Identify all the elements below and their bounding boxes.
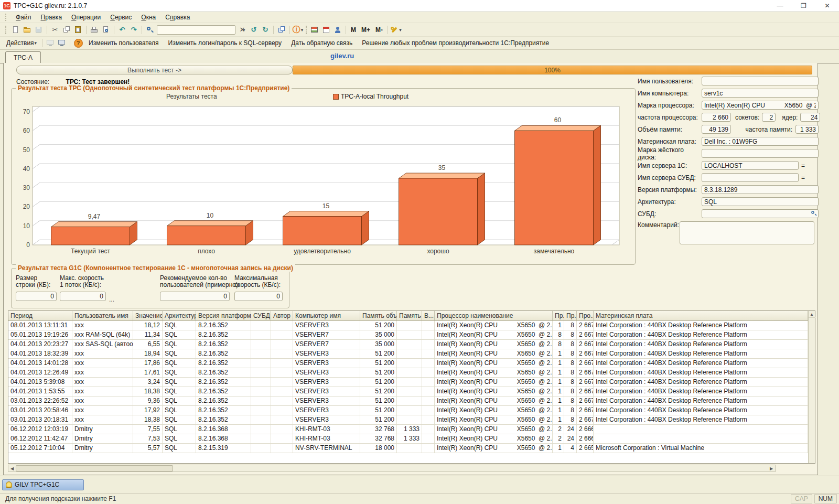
- open-button[interactable]: [21, 25, 33, 35]
- server-dbms-input[interactable]: [702, 173, 799, 182]
- toolbar-grip[interactable]: [5, 14, 7, 21]
- column-header[interactable]: Пр...: [553, 311, 564, 320]
- column-header[interactable]: Про...: [577, 311, 594, 320]
- table-row[interactable]: 08.01.2013 13:11:31xxx18,12SQL8.2.16.352…: [8, 321, 808, 330]
- info-button[interactable]: ⓘ▾: [292, 25, 304, 35]
- column-header[interactable]: В...: [422, 311, 435, 320]
- hdd-brand-input[interactable]: [702, 149, 819, 158]
- menu-6[interactable]: Справка: [160, 13, 195, 22]
- scroll-left-icon[interactable]: ◀: [8, 465, 16, 471]
- column-header[interactable]: Материнская плата: [594, 311, 808, 320]
- menu-3[interactable]: Операции: [67, 13, 105, 22]
- cpu-freq-input[interactable]: [702, 113, 731, 122]
- column-header[interactable]: Пользователь имя: [72, 311, 133, 320]
- table-row[interactable]: 03.01.2013 20:18:31xxx18,38SQL8.2.16.352…: [8, 415, 808, 425]
- column-header[interactable]: Память объём: [360, 311, 397, 320]
- table-row[interactable]: 04.01.2013 18:32:39xxx18,94SQL8.2.16.352…: [8, 349, 808, 359]
- action-link-1[interactable]: Изменить пользователя: [84, 38, 163, 48]
- column-header[interactable]: Версия платформы: [196, 311, 251, 320]
- clear-search-button[interactable]: ✕: [236, 25, 248, 35]
- memory-m-button[interactable]: M: [348, 25, 359, 35]
- run-test-button[interactable]: Выполнить тест ->: [16, 66, 293, 74]
- platform-version-input[interactable]: [702, 185, 819, 194]
- calendar-button[interactable]: [320, 25, 332, 35]
- scrollbar-thumb[interactable]: [16, 465, 173, 471]
- motherboard-input[interactable]: [702, 137, 819, 146]
- table-row[interactable]: 04.01.2013 20:23:27xxx SAS-SQL (автооб..…: [8, 340, 808, 349]
- table-row[interactable]: 04.01.2013 12:26:49xxx17,61SQL8.2.16.352…: [8, 368, 808, 378]
- minimize-button[interactable]: —: [768, 0, 792, 11]
- toolbar-grip[interactable]: [5, 26, 7, 34]
- table-row[interactable]: 03.01.2013 20:58:46xxx17,92SQL8.2.16.352…: [8, 406, 808, 415]
- memory-m-plus-button[interactable]: M+: [359, 25, 373, 35]
- tab-tpc-a[interactable]: TPC-A: [5, 51, 41, 63]
- column-header[interactable]: Пр...: [564, 311, 577, 320]
- architecture-input[interactable]: [702, 197, 819, 206]
- action-link-2[interactable]: Изменить логин/пароль к SQL-серверу: [164, 38, 287, 48]
- table-row[interactable]: 05.12.2012 7:10:04Dmitry5,57SQL8.2.15.31…: [8, 444, 808, 453]
- table-row[interactable]: 05.01.2013 19:19:26xxx RAM-SQL (64k)11,3…: [8, 330, 808, 340]
- server-1c-input[interactable]: [702, 161, 799, 170]
- save-button[interactable]: [33, 25, 45, 35]
- find-next-button[interactable]: ↻: [260, 25, 271, 35]
- column-header[interactable]: Память ...: [397, 311, 422, 320]
- find-previous-button[interactable]: ↺: [248, 25, 260, 35]
- taskbar-item-gilv[interactable]: GILV TPC+G1C: [2, 479, 84, 490]
- copy-button[interactable]: [61, 25, 72, 35]
- new-document-button[interactable]: [10, 25, 21, 35]
- copy-pages-button[interactable]: [276, 25, 287, 35]
- table-row[interactable]: 06.12.2012 12:03:19Dmitry7,55SQL8.2.16.3…: [8, 425, 808, 434]
- redo-button[interactable]: ↷: [128, 25, 139, 35]
- ram-size-input[interactable]: [702, 125, 731, 134]
- g1c-maxspeed-input[interactable]: [234, 292, 283, 301]
- actions-menu-button[interactable]: Действия▾: [3, 38, 40, 48]
- action-link-3[interactable]: Дать обратную связь: [286, 38, 357, 48]
- scroll-right-icon[interactable]: ▶: [768, 465, 775, 471]
- search-combobox[interactable]: ▾: [157, 25, 235, 35]
- settings-wrench-button[interactable]: ▾: [390, 25, 402, 35]
- scroll-up-icon[interactable]: ▲: [809, 311, 815, 318]
- print-button[interactable]: [89, 25, 100, 35]
- sockets-input[interactable]: [762, 113, 776, 122]
- menu-1[interactable]: Файл: [11, 13, 36, 22]
- cores-input[interactable]: [800, 113, 820, 122]
- paste-button[interactable]: [72, 25, 84, 35]
- user-name-input[interactable]: [702, 77, 819, 85]
- table-row[interactable]: 04.01.2013 1:53:55xxx18,38SQL8.2.16.352V…: [8, 387, 808, 396]
- g1c-row-size-input[interactable]: [16, 292, 57, 301]
- column-header[interactable]: СУБД: [251, 311, 271, 320]
- table-row[interactable]: 04.01.2013 14:01:28xxx17,86SQL8.2.16.352…: [8, 359, 808, 368]
- column-header[interactable]: Автор: [271, 311, 293, 320]
- column-header[interactable]: Архитектура: [163, 311, 196, 320]
- vertical-scrollbar[interactable]: ▲: [808, 311, 815, 463]
- comment-textarea[interactable]: [680, 221, 814, 244]
- menu-2[interactable]: Правка: [36, 13, 67, 22]
- column-header[interactable]: Значение: [133, 311, 163, 320]
- column-header[interactable]: Период: [8, 311, 72, 320]
- print-preview-button[interactable]: [100, 25, 112, 35]
- find-button[interactable]: [144, 25, 156, 35]
- table-row[interactable]: 03.01.2013 22:26:52xxx9,36SQL8.2.16.352V…: [8, 396, 808, 406]
- memory-m-minus-button[interactable]: M-: [373, 25, 385, 35]
- monitor-icon[interactable]: [45, 38, 56, 48]
- cpu-brand-input[interactable]: [702, 101, 819, 110]
- ram-freq-input[interactable]: [795, 125, 819, 134]
- calculator-button[interactable]: [309, 25, 320, 35]
- g1c-speed1-input[interactable]: [60, 292, 106, 301]
- users-button[interactable]: [332, 25, 343, 35]
- dbms-input[interactable]: [702, 209, 819, 218]
- search-input[interactable]: [157, 26, 243, 34]
- action-link-4[interactable]: Решение любых проблем производительности…: [357, 38, 554, 48]
- column-header[interactable]: Компьютер имя: [293, 311, 360, 320]
- column-header[interactable]: Процессор наименование: [435, 311, 553, 320]
- close-button[interactable]: ✕: [815, 0, 839, 11]
- horizontal-scrollbar[interactable]: ◀ ▶: [8, 465, 776, 472]
- restore-button[interactable]: ❐: [792, 0, 815, 11]
- menu-5[interactable]: Окна: [136, 13, 160, 22]
- menu-4[interactable]: Сервис: [105, 13, 136, 22]
- table-row[interactable]: 04.01.2013 5:39:08xxx3,24SQL8.2.16.352VS…: [8, 378, 808, 387]
- table-row[interactable]: 06.12.2012 11:42:47Dmitry7,53SQL8.2.16.3…: [8, 434, 808, 444]
- dbms-search-icon[interactable]: [810, 210, 818, 217]
- help-button[interactable]: ?: [72, 38, 84, 48]
- computer-name-input[interactable]: [702, 89, 819, 98]
